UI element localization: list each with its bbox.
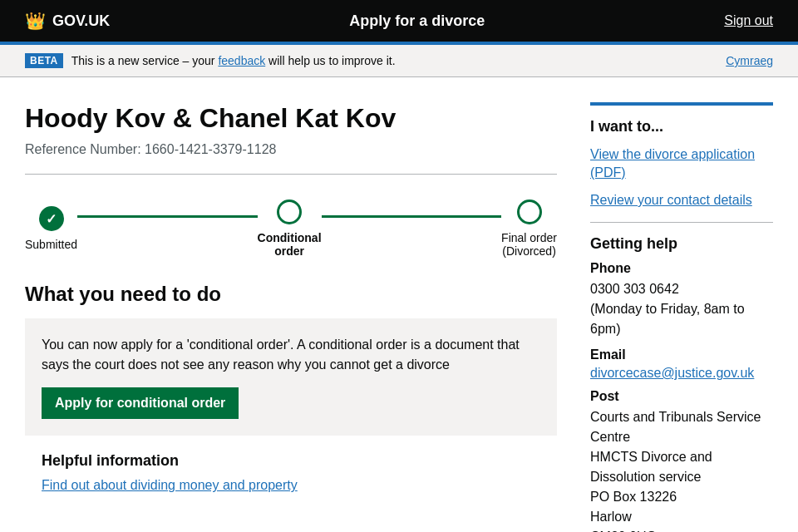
beta-tag: BETA: [25, 53, 63, 68]
progress-tracker: ✓ Submitted Conditionalorder Final order…: [25, 200, 557, 258]
step-circle-submitted: ✓: [39, 206, 64, 231]
post-line-3: PO Box 13226: [590, 487, 773, 507]
progress-connector-2: [322, 215, 502, 218]
post-line-5: CM20 9UG: [590, 527, 773, 532]
sidebar-divider: [590, 222, 773, 223]
progress-step-final: Final order(Divorced): [501, 200, 557, 258]
getting-help-title: Getting help: [590, 235, 773, 253]
dividing-money-link[interactable]: Find out about dividing money and proper…: [42, 478, 298, 492]
section-title: What you need to do: [25, 283, 557, 306]
beta-banner-left: BETA This is a new service – your feedba…: [25, 53, 396, 68]
review-contact-link[interactable]: Review your contact details: [590, 191, 773, 209]
sidebar-i-want-to-title: I want to...: [590, 118, 773, 135]
sidebar-accent-bar: [590, 102, 773, 106]
content-area: Hoody Kov & Chanel Kat Kov Reference Num…: [25, 102, 557, 532]
email-label: Email: [590, 347, 773, 362]
step-label-final: Final order(Divorced): [501, 231, 557, 258]
apply-conditional-order-button[interactable]: Apply for conditional order: [42, 387, 239, 419]
step-circle-conditional: [277, 200, 302, 224]
feedback-link[interactable]: feedback: [218, 54, 265, 67]
view-pdf-link[interactable]: View the divorce application (PDF): [590, 145, 773, 183]
email-address[interactable]: divorcecase@justice.gov.uk: [590, 366, 754, 380]
post-line-2: HMCTS Divorce and Dissolution service: [590, 447, 773, 487]
step-label-submitted: Submitted: [25, 238, 77, 251]
helpful-title: Helpful information: [42, 452, 540, 470]
page-title: Hoody Kov & Chanel Kat Kov: [25, 102, 557, 134]
progress-step-submitted: ✓ Submitted: [25, 206, 77, 251]
phone-hours: (Monday to Friday, 8am to 6pm): [590, 299, 773, 339]
cymraeg-link[interactable]: Cymraeg: [726, 54, 773, 67]
check-icon: ✓: [46, 211, 57, 227]
sidebar: I want to... View the divorce applicatio…: [590, 102, 773, 532]
progress-line-container: ✓ Submitted Conditionalorder Final order…: [25, 200, 557, 258]
beta-text: This is a new service – your feedback wi…: [71, 54, 396, 67]
progress-step-conditional: Conditionalorder: [258, 200, 322, 258]
gov-uk-text: GOV.UK: [52, 12, 110, 30]
gov-uk-logo: 👑 GOV.UK: [25, 11, 110, 31]
main-container: Hoody Kov & Chanel Kat Kov Reference Num…: [0, 77, 798, 532]
divider: [25, 174, 557, 175]
info-box: You can now apply for a 'conditional ord…: [25, 318, 557, 436]
crown-icon: 👑: [25, 11, 46, 31]
post-line-1: Courts and Tribunals Service Centre: [590, 407, 773, 447]
post-label: Post: [590, 389, 773, 404]
step-label-conditional: Conditionalorder: [258, 231, 322, 258]
progress-connector-1: [77, 215, 258, 218]
post-line-4: Harlow: [590, 507, 773, 527]
phone-number: 0300 303 0642: [590, 279, 773, 299]
phone-label: Phone: [590, 261, 773, 276]
site-header: 👑 GOV.UK Apply for a divorce Sign out: [0, 0, 798, 42]
step-circle-final: [517, 200, 542, 224]
info-text: You can now apply for a 'conditional ord…: [42, 335, 540, 375]
reference-number: Reference Number: 1660-1421-3379-1128: [25, 142, 557, 157]
sign-out-button[interactable]: Sign out: [724, 13, 773, 28]
helpful-section: Helpful information Find out about divid…: [25, 452, 557, 510]
header-title: Apply for a divorce: [349, 12, 485, 30]
beta-banner: BETA This is a new service – your feedba…: [0, 45, 798, 77]
